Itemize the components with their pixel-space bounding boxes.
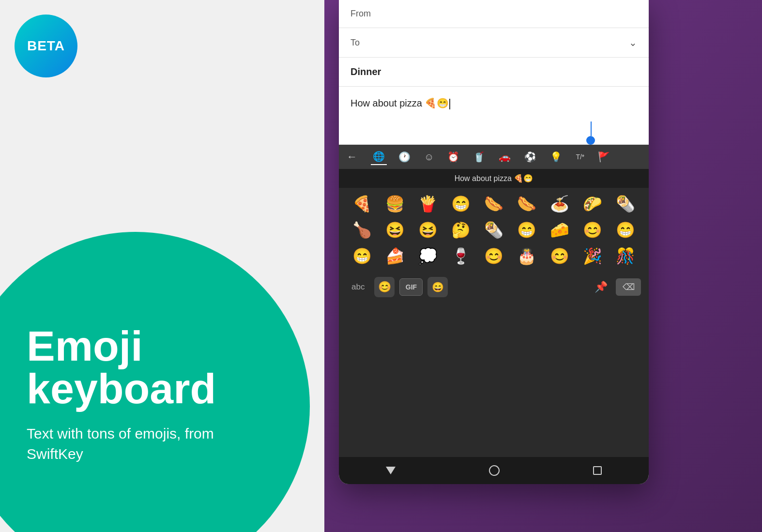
emoji-happy2[interactable]: 😊 xyxy=(577,218,608,242)
emoji-laugh2[interactable]: 😆 xyxy=(412,218,443,242)
right-panel: From To ⌄ Dinner How about pizza 🍕😁 xyxy=(324,0,762,532)
alarm-icon[interactable]: ⏰ xyxy=(445,149,461,165)
email-compose: From To ⌄ Dinner How about pizza 🍕😁 xyxy=(339,0,649,145)
email-body[interactable]: How about pizza 🍕😁 xyxy=(339,87,649,145)
subject-field[interactable]: Dinner xyxy=(339,58,649,87)
sticker-button[interactable]: 😄 xyxy=(427,277,448,297)
back-icon[interactable]: ← xyxy=(347,151,357,163)
prediction-text: How about pizza 🍕😁 xyxy=(455,174,533,182)
subtitle: Text with tons of emojis, from SwiftKey xyxy=(27,424,249,464)
backspace-button[interactable]: ⌫ xyxy=(616,278,641,296)
subject-text: Dinner xyxy=(351,66,381,77)
globe-icon[interactable]: 🌐 xyxy=(371,149,387,165)
cup-icon[interactable]: 🥤 xyxy=(471,149,487,165)
emoji-party2[interactable]: 🎊 xyxy=(610,244,641,268)
main-title: Emoji keyboard xyxy=(27,325,249,410)
emoji-grin[interactable]: 😁 xyxy=(445,192,476,216)
back-nav-button[interactable] xyxy=(386,467,396,474)
emoji-cake[interactable]: 🍰 xyxy=(380,244,411,268)
emoji-happy3[interactable]: 😁 xyxy=(610,218,641,242)
emoji-smile[interactable]: 😁 xyxy=(347,244,378,268)
flag-icon[interactable]: 🚩 xyxy=(596,149,612,165)
emoji-wine[interactable]: 🍷 xyxy=(445,244,476,268)
keyboard-area: ← 🌐 🕐 ☺ ⏰ 🥤 🚗 ⚽ 💡 T/* 🚩 How about pizza … xyxy=(339,145,649,457)
clock-icon[interactable]: 🕐 xyxy=(396,149,412,165)
to-field[interactable]: To ⌄ xyxy=(339,28,649,58)
prediction-bar: How about pizza 🍕😁 xyxy=(339,169,649,188)
emoji-burrito[interactable]: 🌯 xyxy=(610,192,641,216)
text-cursor xyxy=(449,99,450,109)
emoji-button[interactable]: 😊 xyxy=(374,277,395,297)
keyboard-toolbar: ← 🌐 🕐 ☺ ⏰ 🥤 🚗 ⚽ 💡 T/* 🚩 xyxy=(339,145,649,169)
recents-nav-button[interactable] xyxy=(593,466,602,475)
emoji-birthday[interactable]: 🎂 xyxy=(511,244,542,268)
from-field: From xyxy=(339,0,649,28)
bulb-icon[interactable]: 💡 xyxy=(548,149,564,165)
emoji-blush[interactable]: 😊 xyxy=(478,244,509,268)
emoji-cheese[interactable]: 🧀 xyxy=(544,218,575,242)
emoji-happy[interactable]: 😁 xyxy=(511,218,542,242)
home-nav-button[interactable] xyxy=(489,465,500,476)
emoji-sausage[interactable]: 🌭 xyxy=(478,192,509,216)
emoji-hotdog[interactable]: 🌭 xyxy=(511,192,542,216)
keyboard-bottom-bar: abc 😊 GIF 😄 📌 ⌫ xyxy=(339,272,649,302)
emoji-smile2[interactable]: 😊 xyxy=(544,244,575,268)
left-content: Emoji keyboard Text with tons of emojis,… xyxy=(27,325,249,464)
device-mockup: From To ⌄ Dinner How about pizza 🍕😁 xyxy=(339,0,649,484)
to-chevron-icon[interactable]: ⌄ xyxy=(629,37,637,48)
emoji-thinking[interactable]: 🤔 xyxy=(445,218,476,242)
body-text: How about pizza 🍕😁 xyxy=(351,98,450,108)
ball-icon[interactable]: ⚽ xyxy=(522,149,538,165)
emoji-fries[interactable]: 🍟 xyxy=(412,192,443,216)
beta-label: BETA xyxy=(27,38,65,54)
symbols-icon[interactable]: T/* xyxy=(574,151,586,163)
emoji-grid: 🍕 🍔 🍟 😁 🌭 🌭 🍝 🌮 🌯 🍗 😆 😆 🤔 🌯 😁 🧀 😊 😁 xyxy=(339,188,649,272)
android-nav-bar xyxy=(339,457,649,484)
emoji-party1[interactable]: 🎉 xyxy=(577,244,608,268)
cursor-handle xyxy=(587,122,595,145)
beta-badge: BETA xyxy=(15,15,77,77)
emoji-pizza[interactable]: 🍕 xyxy=(347,192,378,216)
to-label: To xyxy=(351,38,380,48)
gif-button[interactable]: GIF xyxy=(399,278,423,296)
abc-label[interactable]: abc xyxy=(347,280,369,294)
from-label: From xyxy=(351,9,380,19)
car-icon[interactable]: 🚗 xyxy=(497,149,513,165)
emoji-cloud[interactable]: 💭 xyxy=(412,244,443,268)
smiley-icon[interactable]: ☺ xyxy=(422,150,436,165)
left-panel: BETA Emoji keyboard Text with tons of em… xyxy=(0,0,324,532)
emoji-taco[interactable]: 🌮 xyxy=(577,192,608,216)
emoji-laugh1[interactable]: 😆 xyxy=(380,218,411,242)
emoji-burrito2[interactable]: 🌯 xyxy=(478,218,509,242)
pin-button[interactable]: 📌 xyxy=(591,277,611,297)
emoji-chicken[interactable]: 🍗 xyxy=(347,218,378,242)
emoji-pasta[interactable]: 🍝 xyxy=(544,192,575,216)
emoji-burger[interactable]: 🍔 xyxy=(380,192,411,216)
